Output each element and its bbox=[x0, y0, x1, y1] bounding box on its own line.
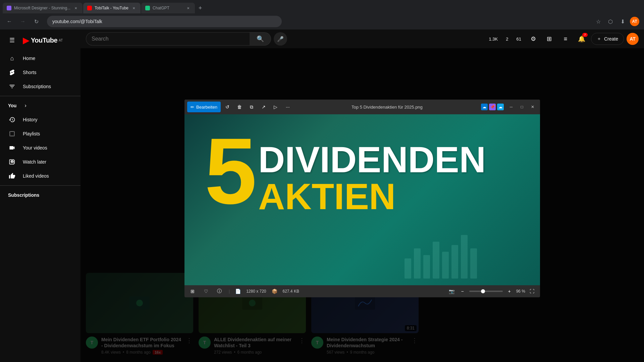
slideshow-button[interactable]: ▷ bbox=[270, 102, 281, 112]
tab-title-youtube: TobiTalk - YouTube bbox=[95, 6, 128, 10]
viewer-win-controls: ─ □ ✕ bbox=[506, 104, 537, 110]
you-section-header[interactable]: You › bbox=[3, 99, 78, 112]
shorts-icon bbox=[8, 69, 16, 76]
main-content: 🔍 🎤 1.3K 2 61 ⚙ ⊞ ≡ 🔔 7 bbox=[80, 29, 644, 362]
dividend-image: 5 DIVIDENDEN AKTIEN bbox=[184, 114, 540, 285]
tab-title-chatgpt: ChatGPT bbox=[153, 6, 183, 10]
stat-count-1: 1.3K bbox=[489, 37, 498, 42]
zoom-slider-container[interactable] bbox=[469, 291, 503, 292]
subscriptions-icon bbox=[8, 83, 16, 90]
delete-button[interactable]: 🗑 bbox=[234, 102, 245, 112]
address-bar[interactable]: youtube.com/@TobiTalk bbox=[47, 16, 282, 27]
address-text: youtube.com/@TobiTalk bbox=[52, 19, 276, 24]
profile-icon[interactable]: AT bbox=[629, 16, 640, 27]
youtube-logo-text: YouTube bbox=[31, 37, 57, 44]
sidebar-item-history[interactable]: History bbox=[3, 113, 78, 126]
tab-bar: Microsoft Designer - Stunning... ✕ TobiT… bbox=[0, 0, 644, 13]
close-button[interactable]: ✕ bbox=[528, 104, 537, 110]
settings-button[interactable]: ⚙ bbox=[527, 32, 540, 46]
bearbeiten-button[interactable]: ✏ Bearbeiten bbox=[187, 102, 221, 112]
watch-later-icon bbox=[8, 159, 16, 165]
pin-icon: 📌 bbox=[489, 104, 496, 110]
fullscreen-button[interactable]: ⛶ bbox=[528, 287, 536, 295]
sidebar-liked-videos-label: Liked videos bbox=[23, 173, 49, 179]
onedrive-icon: ☁ bbox=[481, 104, 488, 110]
maximize-button[interactable]: □ bbox=[517, 104, 527, 110]
avatar-button[interactable]: AT bbox=[627, 33, 639, 45]
tab-microsoft-designer[interactable]: Microsoft Designer - Stunning... ✕ bbox=[3, 3, 83, 13]
sidebar-item-home[interactable]: ⌂ Home bbox=[3, 52, 78, 65]
sidebar-history-label: History bbox=[23, 117, 38, 122]
subscriptions-section-label: Subscriptions bbox=[0, 188, 80, 199]
cloud2-icon: ☁ bbox=[497, 104, 504, 110]
viewer-toolbar-left: ✏ Bearbeiten ↺ 🗑 ⧉ ↗ ▷ ··· bbox=[187, 102, 293, 112]
statusbar-right: 📷 − + 96 % ⛶ bbox=[448, 287, 536, 295]
sidebar-watch-later-label: Watch later bbox=[23, 159, 46, 165]
bearbeiten-label: Bearbeiten bbox=[196, 105, 217, 110]
tab-close-designer[interactable]: ✕ bbox=[73, 5, 78, 11]
search-button[interactable]: 🔍 bbox=[250, 32, 271, 46]
heart-icon[interactable]: ♡ bbox=[202, 287, 210, 295]
search-input[interactable] bbox=[92, 36, 244, 42]
zoom-thumb bbox=[481, 289, 485, 293]
download-icon[interactable]: ⬇ bbox=[617, 16, 628, 27]
divider-2 bbox=[0, 185, 80, 186]
zoom-out-button[interactable]: − bbox=[459, 287, 467, 295]
status-divider: | bbox=[229, 289, 230, 294]
viewer-image-area: 5 DIVIDENDEN AKTIEN bbox=[184, 114, 540, 285]
sidebar-playlists-label: Playlists bbox=[23, 131, 40, 136]
bookmark-icon[interactable]: ☆ bbox=[593, 16, 604, 27]
youtube-logo-icon: ▶ bbox=[23, 35, 30, 46]
sidebar-item-shorts[interactable]: Shorts bbox=[3, 66, 78, 79]
viewer-title-icons: ☁ 📌 ☁ bbox=[481, 104, 504, 110]
sidebar-header: ☰ ▶ YouTube AT bbox=[0, 29, 80, 51]
notification-button[interactable]: 🔔 7 bbox=[575, 32, 588, 46]
list-view-button[interactable]: ≡ bbox=[559, 32, 572, 46]
info-icon[interactable]: ⓘ bbox=[215, 287, 223, 295]
camera-icon[interactable]: 📷 bbox=[448, 287, 456, 295]
create-plus-icon: ＋ bbox=[597, 36, 601, 42]
create-button[interactable]: ＋ Create bbox=[591, 33, 624, 45]
sidebar-item-playlists[interactable]: Playlists bbox=[3, 127, 78, 140]
zoom-level: 96 % bbox=[516, 289, 525, 294]
youtube-app: ☰ ▶ YouTube AT ⌂ Home Shorts Subscriptio… bbox=[0, 29, 644, 362]
refresh-button[interactable]: ↻ bbox=[31, 16, 42, 27]
hamburger-button[interactable]: ☰ bbox=[5, 34, 19, 47]
candle-6 bbox=[451, 245, 458, 279]
tab-chatgpt[interactable]: ChatGPT ✕ bbox=[141, 3, 195, 13]
new-tab-button[interactable]: + bbox=[196, 3, 205, 13]
sidebar-item-your-videos[interactable]: Your videos bbox=[3, 141, 78, 155]
minimize-button[interactable]: ─ bbox=[506, 104, 516, 110]
grid-view-button[interactable]: ⊞ bbox=[543, 32, 556, 46]
back-button[interactable]: ← bbox=[4, 16, 15, 27]
copy-button[interactable]: ⧉ bbox=[246, 102, 257, 112]
view-mode-icon[interactable]: ⊞ bbox=[189, 287, 197, 295]
tab-youtube[interactable]: TobiTalk - YouTube ✕ bbox=[83, 3, 141, 13]
youtube-logo[interactable]: ▶ YouTube AT bbox=[23, 35, 63, 46]
zoom-in-button[interactable]: + bbox=[505, 287, 514, 295]
search-box[interactable] bbox=[86, 32, 250, 46]
candle-1 bbox=[405, 258, 411, 279]
extensions-icon[interactable]: ⬡ bbox=[605, 16, 616, 27]
history-icon bbox=[8, 116, 16, 123]
sidebar-home-label: Home bbox=[23, 56, 35, 61]
tab-close-chatgpt[interactable]: ✕ bbox=[185, 5, 191, 11]
candle-3 bbox=[423, 255, 430, 279]
stat-chip-2: 2 bbox=[503, 37, 511, 42]
sidebar: ☰ ▶ YouTube AT ⌂ Home Shorts Subscriptio… bbox=[0, 29, 80, 362]
share-button[interactable]: ↗ bbox=[258, 102, 269, 112]
sidebar-item-watch-later[interactable]: Watch later bbox=[3, 155, 78, 169]
sidebar-item-liked-videos[interactable]: Liked videos bbox=[3, 169, 78, 183]
mic-button[interactable]: 🎤 bbox=[274, 32, 287, 46]
stat-chip-1: 1.3K bbox=[486, 37, 501, 42]
youtube-logo-sup: AT bbox=[59, 39, 63, 42]
dividend-dividenden-text: DIVIDENDEN bbox=[258, 141, 486, 178]
sidebar-your-videos-label: Your videos bbox=[23, 145, 47, 150]
sidebar-item-subscriptions[interactable]: Subscriptions bbox=[3, 80, 78, 93]
size-icon: 📦 bbox=[272, 289, 277, 294]
more-options-button[interactable]: ··· bbox=[282, 102, 293, 112]
edit-icon: ✏ bbox=[191, 105, 194, 110]
rotate-left-button[interactable]: ↺ bbox=[222, 102, 233, 112]
forward-button[interactable]: → bbox=[17, 16, 28, 27]
tab-close-youtube[interactable]: ✕ bbox=[131, 5, 137, 11]
